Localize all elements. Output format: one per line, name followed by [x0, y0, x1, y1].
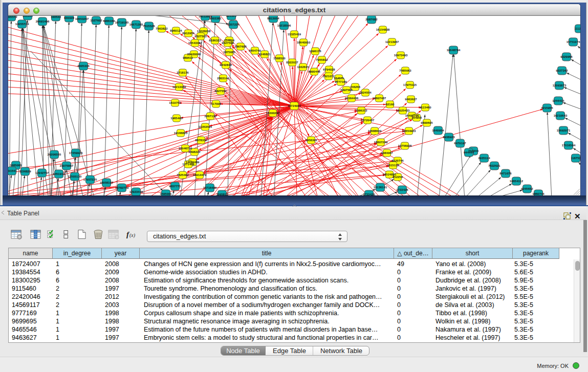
svg-text:9146821: 9146821: [258, 53, 271, 56]
svg-text:7625402: 7625402: [177, 173, 189, 177]
svg-text:184575: 184575: [334, 77, 344, 80]
svg-text:10046736: 10046736: [179, 147, 192, 150]
svg-text:10756928: 10756928: [398, 144, 412, 147]
svg-text:12923448: 12923448: [129, 190, 143, 193]
svg-text:10654112: 10654112: [510, 180, 524, 183]
svg-text:12942757: 12942757: [35, 171, 49, 174]
svg-text:830328: 830328: [64, 16, 75, 19]
svg-text:1156829: 1156829: [19, 170, 31, 173]
svg-text:1733426: 1733426: [363, 193, 375, 195]
svg-text:7632621: 7632621: [488, 164, 500, 167]
svg-text:746266: 746266: [350, 85, 361, 89]
svg-text:9463627: 9463627: [405, 98, 417, 101]
svg-text:10807487: 10807487: [373, 97, 386, 100]
svg-text:16782759: 16782759: [115, 186, 129, 189]
svg-text:8912954: 8912954: [182, 32, 194, 35]
svg-text:7955812: 7955812: [316, 58, 328, 61]
svg-text:3875685: 3875685: [223, 51, 235, 54]
svg-text:391541: 391541: [8, 169, 17, 172]
svg-text:2803144: 2803144: [217, 77, 229, 80]
svg-text:20206555: 20206555: [48, 153, 61, 156]
svg-text:15720407: 15720407: [361, 119, 375, 122]
svg-text:1733426: 1733426: [396, 188, 408, 191]
svg-text:1610751: 1610751: [169, 101, 181, 104]
svg-text:16543382: 16543382: [188, 41, 202, 45]
svg-text:1696176: 1696176: [309, 50, 321, 53]
svg-text:9327508: 9327508: [222, 41, 234, 45]
svg-text:2935114: 2935114: [478, 157, 490, 160]
svg-text:9899695: 9899695: [421, 121, 433, 124]
svg-text:8938923: 8938923: [443, 136, 455, 139]
svg-text:3624554: 3624554: [359, 91, 372, 94]
svg-text:15751074: 15751074: [567, 40, 580, 43]
svg-text:12093873: 12093873: [553, 84, 567, 87]
svg-text:10653267: 10653267: [75, 17, 89, 20]
svg-text:1621072: 1621072: [322, 75, 335, 78]
svg-text:164958: 164958: [411, 116, 422, 119]
svg-text:2087682: 2087682: [365, 18, 378, 21]
svg-text:16914479: 16914479: [193, 173, 207, 177]
svg-text:1958391: 1958391: [305, 139, 317, 142]
svg-text:1615132: 1615132: [387, 164, 399, 167]
svg-text:17975115: 17975115: [403, 83, 417, 86]
svg-text:3215955: 3215955: [541, 106, 553, 110]
svg-text:10958107: 10958107: [100, 181, 114, 184]
svg-text:1451914: 1451914: [53, 172, 65, 176]
svg-text:11325419: 11325419: [288, 33, 301, 36]
svg-text:10688609: 10688609: [368, 129, 382, 133]
svg-text:18807249: 18807249: [374, 141, 388, 144]
svg-text:18724007: 18724007: [288, 104, 301, 107]
svg-text:417006: 417006: [211, 102, 222, 105]
svg-text:2005334: 2005334: [77, 64, 90, 68]
svg-text:944444: 944444: [464, 151, 474, 154]
svg-text:14055724: 14055724: [15, 23, 29, 26]
svg-text:1588520: 1588520: [273, 57, 286, 60]
svg-text:13226058: 13226058: [197, 30, 211, 33]
svg-text:17016504: 17016504: [562, 144, 576, 147]
svg-text:15692971: 15692971: [557, 129, 571, 132]
svg-text:1595001: 1595001: [160, 192, 172, 195]
svg-text:8454749: 8454749: [249, 49, 261, 52]
svg-text:19654923: 19654923: [402, 129, 416, 133]
svg-text:9245652: 9245652: [521, 187, 533, 190]
svg-text:20691406: 20691406: [36, 20, 50, 23]
svg-text:9657771: 9657771: [169, 185, 181, 188]
svg-text:23420046: 23420046: [187, 53, 201, 56]
svg-text:7386372: 7386372: [355, 109, 367, 112]
svg-text:10719185: 10719185: [115, 21, 129, 24]
svg-text:(x): (x): [129, 232, 136, 238]
svg-text:7357224: 7357224: [227, 23, 239, 26]
svg-text:8471676: 8471676: [499, 172, 512, 175]
svg-text:1860744: 1860744: [532, 192, 545, 195]
svg-text:190533: 190533: [51, 16, 61, 18]
svg-text:9084067: 9084067: [381, 151, 393, 155]
svg-text:1965493: 1965493: [170, 117, 183, 120]
svg-text:16154838: 16154838: [376, 28, 390, 31]
svg-text:9242848: 9242848: [220, 63, 232, 67]
svg-text:1244415: 1244415: [552, 99, 564, 102]
svg-text:881305: 881305: [226, 16, 237, 17]
svg-text:20364436: 20364436: [345, 97, 359, 100]
svg-text:8960124: 8960124: [170, 29, 182, 32]
svg-text:17359924: 17359924: [69, 151, 83, 155]
svg-text:12213389: 12213389: [172, 85, 186, 89]
svg-text:1162615: 1162615: [297, 65, 309, 69]
svg-text:1095811: 1095811: [216, 193, 228, 195]
svg-text:9327503: 9327503: [194, 35, 207, 38]
svg-text:8322037: 8322037: [286, 61, 298, 64]
svg-text:6966160: 6966160: [103, 19, 115, 23]
svg-text:11353594: 11353594: [199, 125, 212, 128]
svg-text:62160: 62160: [386, 103, 395, 106]
svg-text:7485063: 7485063: [399, 69, 411, 72]
svg-text:6794028: 6794028: [323, 68, 335, 71]
svg-text:16671385: 16671385: [129, 23, 143, 26]
svg-text:12213967: 12213967: [385, 40, 399, 43]
svg-text:18640910: 18640910: [297, 41, 311, 44]
svg-text:9777169: 9777169: [335, 80, 347, 83]
svg-text:1640954: 1640954: [432, 129, 444, 132]
svg-text:15716485: 15716485: [203, 186, 217, 189]
svg-text:17957225: 17957225: [83, 178, 97, 181]
svg-text:8427552: 8427552: [214, 90, 227, 93]
svg-text:19218506: 19218506: [277, 24, 291, 27]
svg-text:1605572: 1605572: [8, 16, 17, 18]
